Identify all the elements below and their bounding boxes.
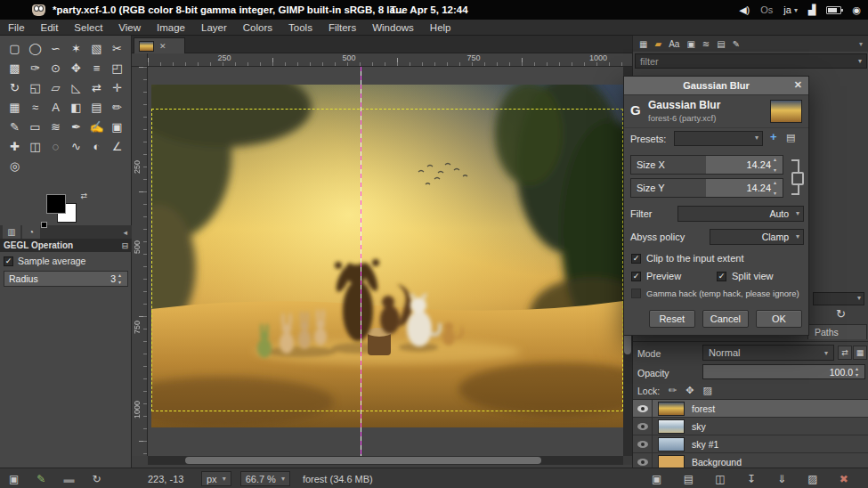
tool-alignment[interactable]: ≡: [86, 58, 107, 77]
tool-fuzzy-select[interactable]: ✶: [66, 38, 86, 58]
horizontal-scrollbar-thumb[interactable]: [185, 457, 541, 464]
brush-icon[interactable]: ✎: [37, 473, 45, 485]
lock-pixels-icon[interactable]: ✏: [669, 385, 677, 396]
menu-view[interactable]: View: [110, 20, 149, 36]
brushes-tab-icon[interactable]: ▦: [639, 39, 647, 49]
reset-mode-icon[interactable]: ▦: [853, 346, 867, 360]
dockable-combo[interactable]: [813, 292, 864, 305]
tool-shear[interactable]: ▱: [45, 77, 66, 97]
tool-rotate[interactable]: ↻: [4, 77, 25, 97]
clip-checkbox[interactable]: [631, 254, 641, 264]
opacity-slider[interactable]: 100.0: [702, 364, 865, 379]
add-preset-icon[interactable]: +: [770, 130, 777, 143]
tool-ellipse-select[interactable]: ◯: [25, 38, 45, 58]
layer-row-background[interactable]: Background: [633, 453, 868, 468]
menu-file[interactable]: File: [0, 20, 33, 36]
radius-spinner-icon[interactable]: [118, 272, 126, 285]
visibility-cell[interactable]: [633, 453, 653, 468]
tool-zoom[interactable]: ◎: [4, 156, 25, 175]
tool-rectangle-select[interactable]: ▢: [4, 38, 25, 58]
size-y-slider[interactable]: Size Y 14.24: [630, 178, 783, 198]
add-mask-icon[interactable]: ▨: [807, 473, 817, 485]
new-group-icon[interactable]: ▤: [684, 473, 694, 485]
preview-checkbox[interactable]: [631, 272, 641, 281]
tool-paintbrush[interactable]: ✎: [4, 117, 25, 136]
tool-ink[interactable]: ✒: [66, 117, 86, 136]
vertical-ruler[interactable]: 250 500 750 1000: [132, 67, 148, 456]
chain-link-icon[interactable]: [791, 159, 799, 195]
keyboard-layout-indicator[interactable]: ja ▾: [783, 4, 798, 15]
filter-search-box[interactable]: filter: [635, 53, 867, 69]
tool-clone[interactable]: ▣: [107, 117, 127, 136]
tool-pencil[interactable]: ✏: [107, 97, 127, 117]
close-icon[interactable]: ✕: [794, 79, 802, 91]
tool-cage-transform[interactable]: ▦: [4, 97, 25, 117]
tool-dodge-burn[interactable]: ◐: [86, 136, 107, 156]
clock[interactable]: Tue Apr 5, 12:44: [390, 4, 468, 15]
navigation-corner-button[interactable]: [623, 456, 632, 465]
presets-combo[interactable]: [674, 131, 763, 146]
anchor-layer-icon[interactable]: ↧: [747, 473, 756, 485]
menu-help[interactable]: Help: [422, 20, 459, 36]
panel-menu-icon[interactable]: ⊟: [121, 241, 128, 250]
manage-presets-icon[interactable]: ▤: [786, 132, 795, 143]
tool-perspective[interactable]: ◺: [66, 77, 86, 97]
buffers-tab-icon[interactable]: ▤: [717, 39, 725, 49]
tool-smudge[interactable]: ∿: [66, 136, 86, 156]
refresh-icon[interactable]: ↻: [836, 307, 846, 321]
reset-button[interactable]: Reset: [649, 310, 695, 328]
size-y-spinner-icon[interactable]: [774, 180, 781, 196]
menu-select[interactable]: Select: [66, 20, 110, 36]
menu-image[interactable]: Image: [149, 20, 193, 36]
cancel-button[interactable]: Cancel: [702, 310, 749, 328]
tool-paths[interactable]: ✑: [25, 58, 45, 77]
tool-mypaint-brush[interactable]: ✍: [86, 117, 107, 136]
tool-color-picker[interactable]: ⊙: [45, 58, 66, 77]
vertical-guide-line[interactable]: [361, 67, 361, 456]
layer-mode-combo[interactable]: Normal: [702, 345, 834, 361]
lock-alpha-icon[interactable]: ▨: [703, 385, 712, 396]
menu-filters[interactable]: Filters: [320, 20, 364, 36]
sample-average-checkbox[interactable]: [4, 256, 13, 266]
tool-presets-tab-icon[interactable]: ✎: [733, 39, 740, 49]
foreground-color-swatch[interactable]: [46, 194, 66, 214]
horizontal-ruler[interactable]: 250 500 750 1000: [148, 53, 632, 67]
lock-position-icon[interactable]: ✥: [685, 385, 694, 396]
images-icon[interactable]: ▣: [9, 473, 19, 485]
network-icon[interactable]: ▟: [808, 4, 815, 16]
tool-blur-sharpen[interactable]: ◌: [45, 136, 66, 156]
blend-space-icon[interactable]: ⇄: [838, 346, 852, 360]
tool-text[interactable]: A: [45, 97, 66, 117]
merge-down-icon[interactable]: ⇓: [777, 473, 786, 485]
gradients-tab-icon[interactable]: ≋: [702, 39, 710, 49]
layer-row-forest[interactable]: forest: [633, 400, 868, 418]
gegl-tab-icon[interactable]: ◔: [22, 225, 40, 239]
reset-icon[interactable]: ↻: [92, 473, 101, 485]
visibility-cell[interactable]: [633, 400, 653, 417]
tool-scale[interactable]: ◱: [25, 77, 45, 97]
ruler-corner[interactable]: [132, 53, 148, 67]
split-view-checkbox[interactable]: [717, 272, 726, 281]
tool-heal[interactable]: ✚: [4, 136, 25, 156]
tool-crop[interactable]: ◰: [107, 58, 127, 77]
size-x-slider[interactable]: Size X 14.24: [630, 155, 783, 175]
tool-scissors[interactable]: ✂: [107, 38, 127, 58]
filter-combo[interactable]: Auto: [677, 206, 804, 222]
new-layer-icon[interactable]: ▣: [652, 473, 661, 485]
tool-options-tab-icon[interactable]: ▥: [3, 225, 20, 239]
tool-bucket-fill[interactable]: ◧: [66, 97, 86, 117]
menu-windows[interactable]: Windows: [364, 20, 422, 36]
battery-icon[interactable]: [826, 6, 841, 14]
visibility-cell[interactable]: [633, 418, 653, 435]
dock-menu-icon[interactable]: ▾: [859, 40, 863, 48]
delete-layer-icon[interactable]: ✖: [840, 473, 848, 485]
duplicate-layer-icon[interactable]: ◫: [715, 473, 725, 485]
tool-foreground-select[interactable]: ▩: [4, 58, 25, 77]
menu-edit[interactable]: Edit: [33, 20, 67, 36]
tool-move[interactable]: ✥: [66, 58, 86, 77]
tool-warp-transform[interactable]: ≈: [25, 97, 45, 117]
swap-colors-icon[interactable]: ⇄: [80, 191, 87, 200]
visibility-cell[interactable]: [633, 435, 653, 452]
ok-button[interactable]: OK: [756, 310, 802, 328]
opacity-spinner-icon[interactable]: [856, 366, 863, 378]
